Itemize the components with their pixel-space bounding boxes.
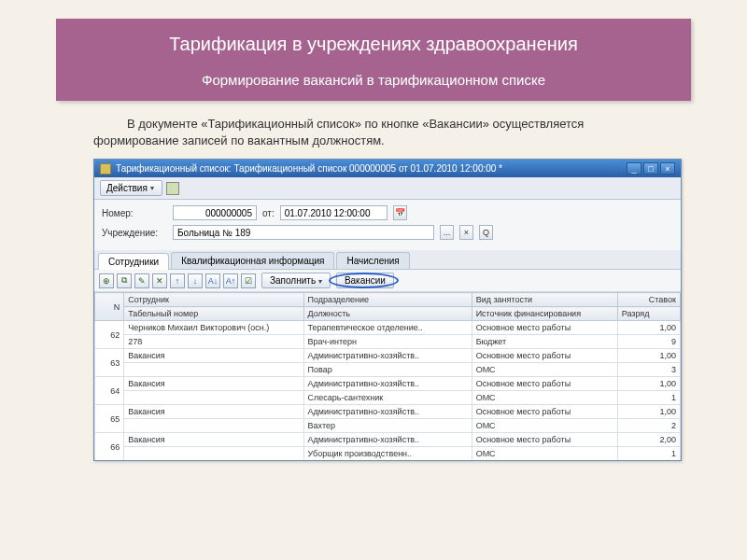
grid[interactable]: N Сотрудник Подразделение Вид занятости … bbox=[94, 292, 681, 460]
vacancies-button[interactable]: Вакансии bbox=[336, 273, 394, 288]
org-input[interactable] bbox=[173, 225, 434, 240]
table-row[interactable]: Слесарь-сантехникОМС1 bbox=[95, 391, 681, 405]
col-grade[interactable]: Разряд bbox=[617, 307, 680, 321]
maximize-button[interactable]: □ bbox=[643, 162, 658, 175]
label-number: Номер: bbox=[102, 208, 167, 218]
col-position[interactable]: Должность bbox=[303, 307, 472, 321]
lookup-button[interactable]: ... bbox=[440, 225, 454, 240]
cell-grade: 2 bbox=[617, 419, 680, 433]
copy-row-icon[interactable]: ⧉ bbox=[117, 273, 132, 288]
cell-source: ОМС bbox=[472, 391, 617, 405]
cell-source: Бюджет bbox=[472, 335, 617, 349]
date-input[interactable] bbox=[280, 205, 388, 220]
slide-body-text: В документе «Тарификационный список» по … bbox=[93, 116, 672, 149]
table-row[interactable]: 278Врач-интернБюджет9 bbox=[95, 335, 681, 349]
tab-employees[interactable]: Сотрудники bbox=[98, 253, 169, 270]
add-row-icon[interactable]: ⊕ bbox=[99, 273, 114, 288]
table-row[interactable]: 66ВакансияАдминистративно-хозяйств..Осно… bbox=[95, 433, 681, 447]
cell-position: Уборщик производственн.. bbox=[303, 447, 472, 461]
col-tabnum[interactable]: Табельный номер bbox=[124, 307, 303, 321]
number-input[interactable] bbox=[173, 205, 257, 220]
cell-grade: 1 bbox=[617, 447, 680, 461]
tab-accruals[interactable]: Начисления bbox=[336, 252, 409, 269]
cell-source: ОМС bbox=[472, 419, 617, 433]
main-toolbar: Действия ▾ bbox=[94, 177, 681, 200]
edit-row-icon[interactable]: ✎ bbox=[134, 273, 149, 288]
cell-employment: Основное место работы bbox=[472, 405, 617, 419]
cell-employee: Черников Михаил Викторович (осн.) bbox=[124, 321, 303, 335]
cell-department: Терапевтическое отделение.. bbox=[303, 321, 472, 335]
cell-source: ОМС bbox=[472, 363, 617, 377]
cell-employee: Вакансия bbox=[124, 405, 303, 419]
cell-tabnum: 278 bbox=[124, 335, 303, 349]
app-window: Тарификационный список: Тарификационный … bbox=[93, 159, 682, 461]
cell-tabnum bbox=[124, 391, 303, 405]
cell-employment: Основное место работы bbox=[472, 349, 617, 363]
cell-rate: 1,00 bbox=[617, 349, 680, 363]
open-button[interactable]: Q bbox=[479, 225, 493, 240]
move-down-icon[interactable]: ↓ bbox=[188, 273, 203, 288]
table-row[interactable]: Уборщик производственн..ОМС1 bbox=[95, 447, 681, 461]
slide-title: Тарификация в учреждениях здравоохранени… bbox=[78, 34, 669, 55]
sort-desc-icon[interactable]: A↑ bbox=[223, 273, 238, 288]
close-button[interactable]: × bbox=[660, 162, 675, 175]
tab-qualification[interactable]: Квалификационная информация bbox=[171, 252, 334, 269]
col-department[interactable]: Подразделение bbox=[303, 293, 472, 307]
titlebar: Тарификационный список: Тарификационный … bbox=[94, 160, 681, 177]
cell-n: 63 bbox=[95, 349, 124, 377]
grid-toolbar: ⊕ ⧉ ✎ ✕ ↑ ↓ A↓ A↑ ☑ Заполнить ▾ Вакансии bbox=[94, 270, 681, 292]
cell-n: 66 bbox=[95, 433, 124, 461]
cell-rate: 1,00 bbox=[617, 405, 680, 419]
actions-menu[interactable]: Действия ▾ bbox=[100, 180, 162, 196]
cell-employment: Основное место работы bbox=[472, 377, 617, 391]
tabs: Сотрудники Квалификационная информация Н… bbox=[94, 250, 681, 270]
window-buttons: _ □ × bbox=[627, 162, 675, 175]
table-row[interactable]: 65ВакансияАдминистративно-хозяйств..Осно… bbox=[95, 405, 681, 419]
selection-icon[interactable]: ☑ bbox=[241, 273, 256, 288]
row-number: Номер: от: 📅 bbox=[102, 205, 673, 220]
clear-button[interactable]: × bbox=[459, 225, 473, 240]
actions-label: Действия bbox=[106, 183, 148, 193]
fill-button[interactable]: Заполнить ▾ bbox=[261, 273, 331, 288]
col-employment[interactable]: Вид занятости bbox=[472, 293, 617, 307]
cell-rate: 1,00 bbox=[617, 321, 680, 335]
cell-department: Административно-хозяйств.. bbox=[303, 433, 472, 447]
document-icon bbox=[100, 163, 111, 175]
cell-tabnum bbox=[124, 419, 303, 433]
minimize-button[interactable]: _ bbox=[627, 162, 641, 175]
cell-grade: 9 bbox=[617, 335, 680, 349]
employees-table: N Сотрудник Подразделение Вид занятости … bbox=[94, 292, 681, 460]
chevron-down-icon: ▾ bbox=[150, 184, 154, 192]
cell-department: Административно-хозяйств.. bbox=[303, 405, 472, 419]
col-n[interactable]: N bbox=[95, 293, 124, 321]
cell-department: Административно-хозяйств.. bbox=[303, 377, 472, 391]
cell-position: Повар bbox=[303, 363, 472, 377]
sort-asc-icon[interactable]: A↓ bbox=[205, 273, 220, 288]
table-row[interactable]: ВахтерОМС2 bbox=[95, 419, 681, 433]
table-row[interactable]: 62Черников Михаил Викторович (осн.)Терап… bbox=[95, 321, 681, 335]
label-org: Учреждение: bbox=[102, 228, 167, 238]
cell-grade: 3 bbox=[617, 363, 680, 377]
form-area: Номер: от: 📅 Учреждение: ... × Q bbox=[94, 200, 681, 250]
col-source[interactable]: Источник финансирования bbox=[472, 307, 617, 321]
cell-employee: Вакансия bbox=[124, 377, 303, 391]
row-org: Учреждение: ... × Q bbox=[102, 225, 673, 240]
chevron-down-icon: ▾ bbox=[318, 277, 322, 286]
cell-tabnum bbox=[124, 363, 303, 377]
col-employee[interactable]: Сотрудник bbox=[124, 293, 303, 307]
calendar-icon[interactable]: 📅 bbox=[393, 205, 407, 220]
toolbar-icon[interactable] bbox=[166, 182, 179, 195]
cell-department: Административно-хозяйств.. bbox=[303, 349, 472, 363]
move-up-icon[interactable]: ↑ bbox=[170, 273, 185, 288]
table-row[interactable]: 63ВакансияАдминистративно-хозяйств..Осно… bbox=[95, 349, 681, 363]
table-row[interactable]: 64ВакансияАдминистративно-хозяйств..Осно… bbox=[95, 377, 681, 391]
table-row[interactable]: ПоварОМС3 bbox=[95, 363, 681, 377]
cell-position: Слесарь-сантехник bbox=[303, 391, 472, 405]
col-rate[interactable]: Ставок bbox=[617, 293, 680, 307]
cell-employee: Вакансия bbox=[124, 349, 303, 363]
label-ot: от: bbox=[262, 208, 275, 218]
cell-tabnum bbox=[124, 447, 303, 461]
delete-row-icon[interactable]: ✕ bbox=[152, 273, 167, 288]
slide-subtitle: Формирование вакансий в тарификационном … bbox=[78, 72, 669, 88]
cell-n: 64 bbox=[95, 377, 124, 405]
